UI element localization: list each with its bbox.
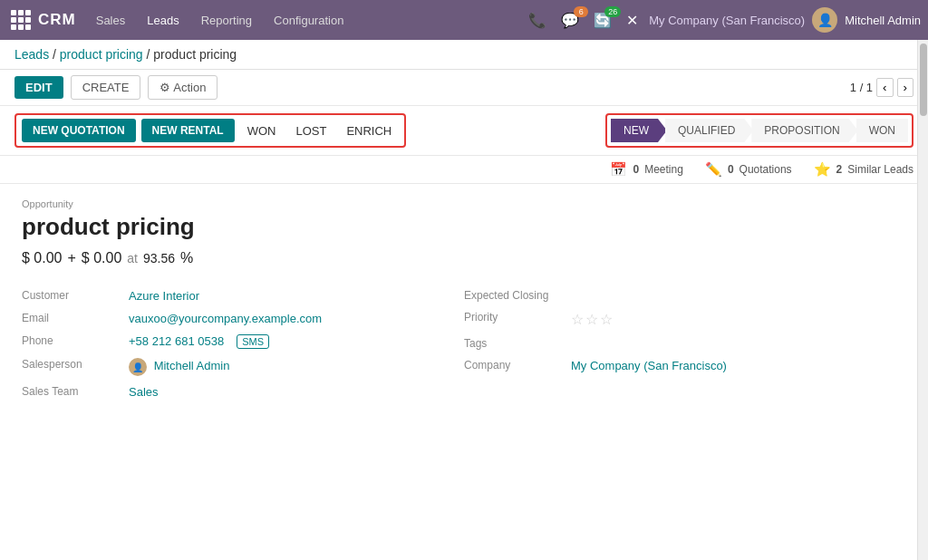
quotations-count: 0: [728, 163, 734, 176]
new-quotation-button[interactable]: NEW QUOTATION: [22, 119, 136, 142]
chat-badge: 6: [574, 6, 588, 17]
price-plus: +: [67, 250, 75, 266]
breadcrumb-leads[interactable]: Leads: [14, 47, 49, 62]
close-icon[interactable]: ✕: [623, 10, 642, 31]
enrich-button[interactable]: ENRICH: [339, 120, 399, 142]
prev-button[interactable]: ‹: [876, 78, 893, 97]
field-priority: Priority ☆ ☆ ☆: [464, 306, 906, 333]
field-email: Email vauxoo@yourcompany.example.com: [22, 307, 464, 330]
refresh-icon[interactable]: 🔄 26: [590, 10, 615, 31]
stage-proposition-button[interactable]: PROPOSITION: [751, 119, 857, 142]
fields-grid: Customer Azure Interior Email vauxoo@you…: [22, 285, 906, 403]
stage-won-button[interactable]: WON: [856, 119, 908, 142]
breadcrumb-product1[interactable]: product pricing: [60, 47, 143, 62]
meeting-stat[interactable]: 📅 0 Meeting: [610, 161, 682, 178]
edit-button[interactable]: EDIT: [14, 76, 63, 99]
nav-icons-group: 📞 💬 6 🔄 26 ✕ My Company (San Francisco) …: [525, 7, 921, 33]
tags-label: Tags: [464, 337, 564, 350]
chat-icon[interactable]: 💬 6: [557, 10, 583, 31]
meeting-count: 0: [633, 163, 639, 176]
pricing-row: $ 0.00 + $ 0.00 at 93.56 %: [22, 250, 906, 266]
field-salesperson: Salesperson 👤 Mitchell Admin: [22, 353, 464, 381]
grid-menu-button[interactable]: [7, 6, 34, 34]
next-button[interactable]: ›: [897, 78, 914, 97]
nav-reporting[interactable]: Reporting: [192, 10, 261, 31]
lost-button[interactable]: LOST: [288, 120, 334, 142]
create-button[interactable]: CREATE: [71, 75, 141, 100]
quotations-label: Quotations: [740, 163, 792, 176]
stage-qualified-button[interactable]: QUALIFIED: [665, 119, 753, 142]
stage-new-button[interactable]: NEW: [611, 119, 667, 142]
action-bar: EDIT CREATE ⚙ Action 1 / 1 ‹ ›: [0, 70, 928, 106]
quotation-icon: ✏️: [705, 161, 722, 178]
opportunity-title: product pricing: [22, 213, 906, 241]
field-phone: Phone +58 212 681 0538 SMS: [22, 330, 464, 353]
email-label: Email: [22, 312, 121, 324]
star-3[interactable]: ☆: [600, 311, 613, 328]
customer-value[interactable]: Azure Interior: [129, 289, 199, 303]
field-tags: Tags: [464, 333, 906, 354]
toolbar-left-group: NEW QUOTATION NEW RENTAL WON LOST ENRICH: [14, 113, 406, 148]
company-name: My Company (San Francisco): [649, 14, 805, 27]
meeting-label: Meeting: [644, 163, 683, 176]
priority-stars[interactable]: ☆ ☆ ☆: [571, 311, 613, 328]
priority-label: Priority: [464, 311, 564, 323]
nav-sales[interactable]: Sales: [87, 10, 135, 31]
price2: $ 0.00: [82, 250, 121, 266]
star-2[interactable]: ☆: [585, 311, 598, 328]
new-rental-button[interactable]: NEW RENTAL: [141, 119, 235, 142]
price-at: at: [127, 251, 138, 266]
similar-leads-stat[interactable]: ⭐ 2 Similar Leads: [814, 161, 914, 178]
company-label: Company: [464, 359, 564, 372]
price1: $ 0.00: [22, 250, 62, 266]
refresh-badge: 26: [604, 6, 621, 17]
email-value[interactable]: vauxoo@yourcompany.example.com: [129, 312, 322, 325]
star-icon: ⭐: [814, 161, 831, 178]
scrollbar[interactable]: [917, 40, 928, 560]
field-sales-team: Sales Team Sales: [22, 381, 464, 403]
nav-configuration[interactable]: Configuration: [265, 10, 353, 31]
nav-leads[interactable]: Leads: [138, 10, 188, 31]
app-brand: CRM: [38, 11, 76, 29]
sales-team-label: Sales Team: [22, 385, 121, 398]
stats-row: 📅 0 Meeting ✏️ 0 Quotations ⭐ 2 Similar …: [0, 156, 928, 184]
top-navigation: CRM Sales Leads Reporting Configuration …: [0, 0, 928, 40]
field-expected-closing: Expected Closing: [464, 285, 906, 306]
similar-leads-label: Similar Leads: [847, 163, 914, 176]
quotations-stat[interactable]: ✏️ 0 Quotations: [705, 161, 792, 178]
action-button[interactable]: ⚙ Action: [148, 75, 218, 100]
sms-button[interactable]: SMS: [237, 334, 269, 349]
pagination-info: 1 / 1: [850, 81, 873, 94]
fields-left-column: Customer Azure Interior Email vauxoo@you…: [22, 285, 464, 403]
breadcrumb: Leads / product pricing / product pricin…: [0, 40, 928, 70]
field-customer: Customer Azure Interior: [22, 285, 464, 307]
customer-label: Customer: [22, 289, 121, 302]
user-avatar[interactable]: 👤: [812, 7, 837, 33]
breadcrumb-product2: product pricing: [153, 47, 237, 62]
star-1[interactable]: ☆: [571, 311, 584, 328]
stage-pipeline: NEW QUALIFIED PROPOSITION WON: [605, 113, 914, 148]
phone-icon[interactable]: 📞: [525, 10, 550, 31]
sales-team-value[interactable]: Sales: [129, 385, 159, 399]
breadcrumb-sep1: /: [53, 47, 60, 62]
salesperson-label: Salesperson: [22, 358, 121, 371]
pagination: 1 / 1 ‹ ›: [850, 78, 914, 97]
user-name[interactable]: Mitchell Admin: [845, 14, 921, 27]
opportunity-label: Opportunity: [22, 198, 906, 209]
salesperson-avatar: 👤: [129, 358, 147, 376]
phone-label: Phone: [22, 334, 121, 347]
fields-right-column: Expected Closing Priority ☆ ☆ ☆ Tags: [464, 285, 906, 403]
main-toolbar: NEW QUOTATION NEW RENTAL WON LOST ENRICH…: [0, 106, 928, 156]
expected-closing-label: Expected Closing: [464, 289, 564, 302]
calendar-icon: 📅: [610, 161, 627, 178]
phone-value[interactable]: +58 212 681 0538: [129, 334, 224, 348]
company-value[interactable]: My Company (San Francisco): [571, 359, 727, 372]
scrollbar-thumb[interactable]: [920, 43, 927, 116]
salesperson-value[interactable]: Mitchell Admin: [154, 359, 230, 372]
similar-leads-count: 2: [836, 163, 843, 176]
price-percent-sign: %: [180, 250, 193, 266]
content-area: Opportunity product pricing $ 0.00 + $ 0…: [0, 184, 928, 560]
won-button[interactable]: WON: [240, 120, 284, 142]
field-company: Company My Company (San Francisco): [464, 354, 906, 377]
price-percent: 93.56: [143, 251, 175, 266]
